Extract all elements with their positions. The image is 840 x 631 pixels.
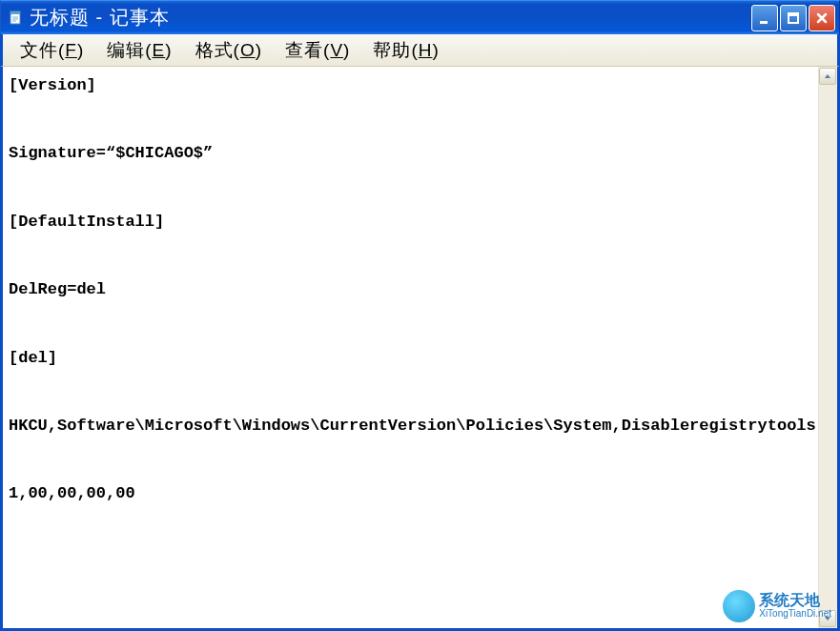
menu-help[interactable]: 帮助(H) — [361, 35, 450, 66]
svg-rect-5 — [760, 21, 768, 24]
notepad-icon — [9, 10, 24, 26]
watermark: 系统天地 XiTongTianDi.net — [723, 590, 831, 622]
watermark-name-en: XiTongTianDi.net — [759, 609, 831, 620]
watermark-logo-icon — [723, 590, 755, 622]
menu-file[interactable]: 文件(F) — [9, 35, 95, 66]
vertical-scrollbar[interactable] — [818, 67, 837, 628]
close-button[interactable] — [809, 5, 835, 31]
minimize-button[interactable] — [751, 5, 778, 31]
svg-rect-1 — [10, 11, 20, 14]
menu-edit[interactable]: 编辑(E) — [95, 35, 183, 66]
watermark-name-cn: 系统天地 — [759, 593, 831, 609]
window-controls — [751, 5, 835, 31]
titlebar[interactable]: 无标题 - 记事本 — [0, 0, 840, 34]
scroll-up-icon[interactable] — [819, 68, 836, 85]
client-area: 系统天地 XiTongTianDi.net — [0, 67, 840, 631]
menu-view[interactable]: 查看(V) — [274, 35, 361, 66]
menu-format[interactable]: 格式(O) — [184, 35, 274, 66]
window-title: 无标题 - 记事本 — [30, 5, 751, 31]
text-editor[interactable] — [3, 67, 818, 628]
maximize-button[interactable] — [780, 5, 807, 31]
menubar: 文件(F) 编辑(E) 格式(O) 查看(V) 帮助(H) — [0, 34, 840, 67]
svg-rect-7 — [789, 13, 798, 16]
